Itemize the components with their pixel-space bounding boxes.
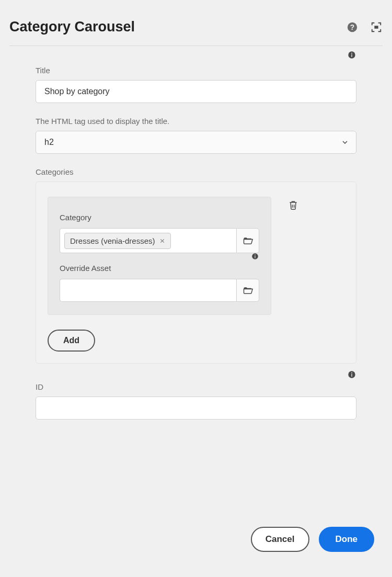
svg-rect-4 (351, 54, 352, 57)
categories-label: Categories (36, 167, 356, 176)
categories-panel: Category Dresses (venia-dresses) (36, 182, 356, 364)
category-tag-input[interactable]: Dresses (venia-dresses) (60, 228, 236, 253)
add-category-button[interactable]: Add (48, 330, 95, 352)
svg-point-5 (351, 53, 352, 54)
svg-point-8 (255, 254, 256, 255)
svg-text:?: ? (350, 23, 354, 31)
info-icon[interactable] (251, 252, 259, 261)
browse-category-button[interactable] (236, 228, 259, 253)
id-label: ID (36, 382, 356, 391)
help-icon[interactable]: ? (346, 21, 359, 33)
delete-category-button[interactable] (287, 199, 299, 211)
title-label: Title (36, 66, 356, 75)
override-input-group (60, 279, 259, 302)
category-sublabel: Category (60, 213, 259, 222)
id-field: ID (36, 382, 356, 420)
override-asset-input[interactable] (60, 279, 236, 302)
title-field: Title (36, 66, 356, 103)
browse-asset-button[interactable] (236, 279, 259, 302)
dialog-content: Title The HTML tag used to display the t… (9, 66, 383, 420)
fullscreen-icon[interactable] (370, 21, 383, 33)
svg-rect-10 (351, 374, 352, 377)
tag-select[interactable]: h2 (36, 131, 356, 154)
cancel-button[interactable]: Cancel (251, 527, 309, 552)
tag-description: The HTML tag used to display the title. (36, 117, 356, 126)
category-tag-label: Dresses (venia-dresses) (70, 236, 155, 245)
title-input[interactable] (36, 80, 356, 103)
override-asset-field: Override Asset (60, 264, 259, 302)
dialog: Category Carousel ? Title (0, 0, 392, 443)
svg-rect-7 (255, 256, 255, 258)
category-tag: Dresses (venia-dresses) (64, 233, 171, 249)
category-input-group: Dresses (venia-dresses) (60, 228, 259, 253)
dialog-title: Category Carousel (9, 19, 135, 35)
info-icon[interactable] (347, 370, 356, 379)
info-icon[interactable] (347, 50, 356, 60)
svg-point-11 (351, 372, 352, 374)
category-card: Category Dresses (venia-dresses) (48, 197, 271, 315)
override-asset-label: Override Asset (60, 264, 259, 273)
header-icons: ? (346, 21, 383, 33)
tag-select-value: h2 (36, 131, 356, 154)
id-input[interactable] (36, 397, 356, 420)
remove-tag-icon[interactable] (159, 238, 165, 244)
dialog-footer: Cancel Done (251, 527, 374, 552)
svg-rect-2 (374, 26, 378, 29)
categories-field: Categories Category Dresses (venia-dress… (36, 167, 356, 364)
category-row: Category Dresses (venia-dresses) (48, 197, 344, 315)
tag-field: The HTML tag used to display the title. … (36, 117, 356, 154)
dialog-header: Category Carousel ? (9, 19, 383, 46)
done-button[interactable]: Done (319, 527, 375, 552)
